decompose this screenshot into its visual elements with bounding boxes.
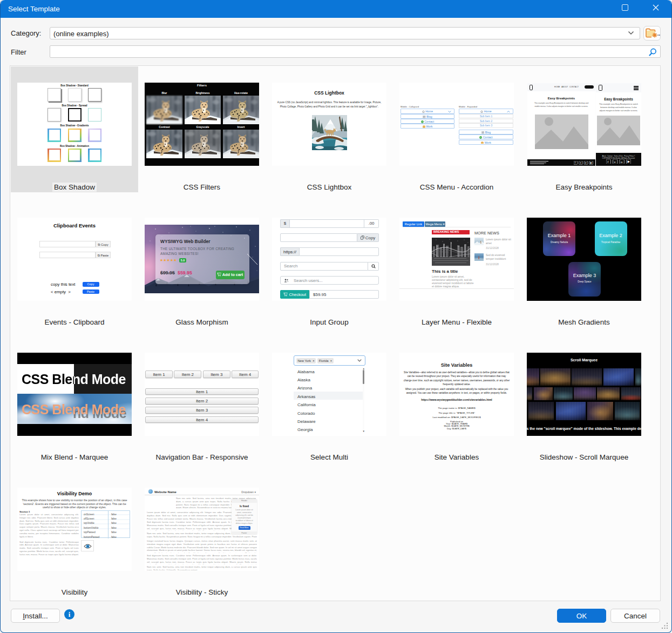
svg-text:x: x [614, 160, 616, 164]
svg-text:▶: ▶ [628, 160, 630, 163]
svg-text:f: f [575, 161, 576, 164]
svg-text:▶: ▶ [590, 161, 592, 164]
svg-text:o: o [585, 161, 587, 164]
svg-text:x: x [580, 161, 581, 164]
svg-text:o: o [621, 160, 623, 164]
svg-text:f: f [608, 160, 609, 164]
